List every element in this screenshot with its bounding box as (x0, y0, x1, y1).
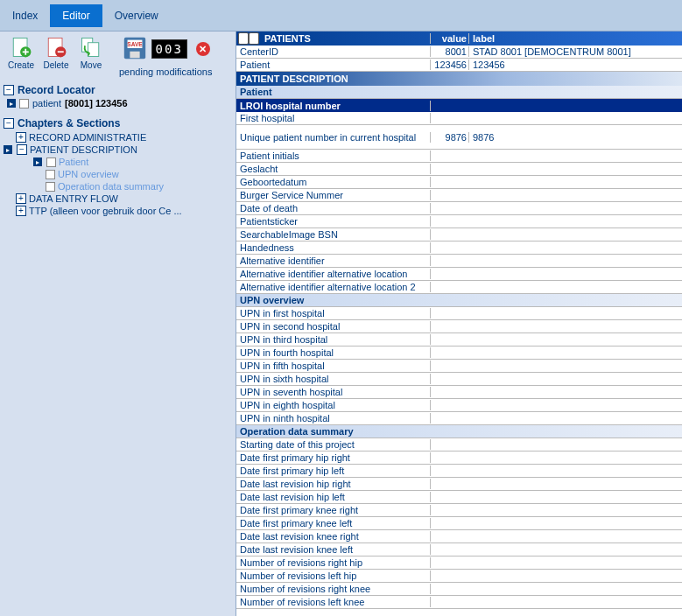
grid-row[interactable]: Alternative identifier alternative locat… (236, 268, 682, 281)
grid-row[interactable]: Alternative identifier alternative locat… (236, 281, 682, 294)
grid-row[interactable]: UPN in third hospital (236, 333, 682, 346)
grid-row[interactable]: PATIENT DESCRIPTION (236, 72, 682, 86)
grid-row[interactable]: UPN in second hospital (236, 320, 682, 333)
tree-label: Patient (59, 157, 88, 167)
move-button[interactable]: Move (74, 35, 109, 70)
tab-editor[interactable]: Editor (50, 4, 102, 27)
svg-rect-9 (130, 52, 139, 59)
grid-row[interactable]: UPN in sixth hospital (236, 373, 682, 386)
tree-expand-icon[interactable]: − (17, 144, 27, 155)
grid-row[interactable]: Patient initials (236, 150, 682, 163)
cancel-icon[interactable]: ✕ (196, 42, 210, 56)
data-grid: ◐ ◑ PATIENTS value label CenterID8001STA… (236, 32, 682, 616)
locator-arrow-icon[interactable]: ▸ (7, 99, 16, 108)
tree-expand-icon[interactable]: + (16, 193, 26, 204)
create-button[interactable]: Create (4, 35, 39, 70)
tree-arrow-icon[interactable]: ▸ (33, 158, 42, 166)
tab-index[interactable]: Index (0, 4, 50, 27)
grid-row[interactable]: UPN in ninth hospital (236, 412, 682, 425)
tree-arrow-icon[interactable]: ▸ (4, 145, 12, 154)
grid-header-row: ◐ ◑ PATIENTS value label (236, 32, 682, 46)
locator-label: patient (32, 98, 61, 108)
grid-row[interactable]: UPN overview (236, 294, 682, 307)
pending-label: pending modifications (119, 66, 212, 77)
tree-item[interactable]: UPN overview (46, 168, 232, 180)
collapse-locator[interactable]: − (4, 85, 14, 95)
grid-row[interactable]: Geslacht (236, 163, 682, 176)
grid-row[interactable]: Date first primary knee left (236, 517, 682, 530)
tree-label: TTP (alleen voor gebruik door Ce ... (29, 206, 182, 216)
tree-item[interactable]: ▸−PATIENT DESCRIPTION (16, 144, 232, 156)
grid-row[interactable]: Burger Service Nummer (236, 189, 682, 202)
tab-overview[interactable]: Overview (102, 4, 171, 27)
pending-counter: 003 (151, 39, 187, 59)
grid-row[interactable]: LROI hospital number (236, 99, 682, 112)
grid-header-name: PATIENTS (261, 33, 431, 44)
tree-item[interactable]: +DATA ENTRY FLOW (16, 192, 232, 205)
tree-checkbox[interactable] (46, 182, 55, 192)
grid-row[interactable]: UPN in seventh hospital (236, 386, 682, 399)
save-button[interactable]: SAVE (122, 35, 148, 63)
grid-row[interactable]: Starting date of this project (236, 438, 682, 452)
grid-row[interactable]: Number of revisions right hip (236, 556, 682, 570)
move-label: Move (81, 60, 102, 70)
chapters-title: Chapters & Sections (18, 117, 120, 130)
tree-label: DATA ENTRY FLOW (29, 193, 118, 204)
grid-header-value: value (431, 33, 469, 44)
delete-button[interactable]: Delete (39, 35, 74, 70)
grid-row[interactable]: Date first primary hip left (236, 465, 682, 478)
tree-label: PATIENT DESCRIPTION (30, 144, 137, 155)
tree-checkbox[interactable] (46, 158, 56, 167)
grid-icon-2[interactable]: ◑ (249, 32, 259, 45)
grid-row[interactable]: First hospital (236, 112, 682, 125)
toolbar: Create Delete Move SAVE 003 ✕ pending mo… (4, 35, 232, 77)
grid-row[interactable]: Patient (236, 86, 682, 99)
grid-row[interactable]: Date of death (236, 202, 682, 215)
grid-row[interactable]: Date last revision hip left (236, 491, 682, 504)
grid-row[interactable]: Alternative identifier (236, 255, 682, 268)
tree-label: Operation data summary (58, 181, 164, 192)
grid-row[interactable]: UPN in first hospital (236, 307, 682, 320)
grid-row[interactable]: Patient123456123456 (236, 59, 682, 72)
grid-row[interactable]: Unique patient number in current hospita… (236, 125, 682, 150)
grid-row[interactable]: Number of revisions left knee (236, 596, 682, 609)
tree-expand-icon[interactable]: + (16, 206, 26, 216)
grid-row[interactable]: Date last revision hip right (236, 478, 682, 491)
grid-row[interactable]: Geboortedatum (236, 176, 682, 189)
tree-label: UPN overview (58, 169, 119, 179)
grid-row[interactable]: Date first primary hip right (236, 452, 682, 465)
locator-value: [8001] 123456 (65, 98, 128, 108)
create-label: Create (8, 60, 34, 70)
grid-row[interactable]: SearchableImage BSN (236, 228, 682, 242)
grid-icon-1[interactable]: ◐ (238, 32, 249, 45)
grid-row[interactable]: Date last revision knee right (236, 530, 682, 543)
tab-bar: Index Editor Overview (0, 0, 682, 32)
grid-row[interactable]: Handedness (236, 242, 682, 255)
grid-row[interactable]: Number of revisions left hip (236, 570, 682, 583)
grid-row[interactable]: UPN in eighth hospital (236, 399, 682, 412)
grid-row[interactable]: Patientsticker (236, 215, 682, 228)
svg-text:SAVE: SAVE (127, 41, 143, 47)
tree-item[interactable]: Operation data summary (46, 180, 232, 192)
tree-checkbox[interactable] (46, 170, 55, 179)
grid-header-label: label (469, 33, 682, 44)
left-panel: Create Delete Move SAVE 003 ✕ pending mo… (0, 32, 236, 616)
tree-label: RECORD ADMINISTRATIE (29, 132, 146, 143)
tree-expand-icon[interactable]: + (16, 132, 26, 143)
locator-checkbox[interactable] (19, 99, 29, 108)
collapse-chapters[interactable]: − (4, 118, 14, 129)
delete-label: Delete (44, 60, 69, 70)
grid-row[interactable]: Number of revisions right knee (236, 583, 682, 596)
tree-item[interactable]: +TTP (alleen voor gebruik door Ce ... (16, 205, 232, 217)
tree-item[interactable]: +RECORD ADMINISTRATIE (16, 131, 232, 144)
grid-row[interactable]: CenterID8001STAD 8001 [DEMOCENTRUM 8001] (236, 46, 682, 59)
grid-row[interactable]: Date last revision knee left (236, 543, 682, 556)
grid-row[interactable]: Date first primary knee right (236, 504, 682, 517)
grid-row[interactable]: UPN in fifth hospital (236, 360, 682, 373)
grid-row[interactable]: UPN in fourth hospital (236, 346, 682, 360)
record-locator-title: Record Locator (18, 84, 95, 96)
tree-item[interactable]: ▸Patient (46, 156, 232, 168)
grid-row[interactable]: Operation data summary (236, 425, 682, 438)
